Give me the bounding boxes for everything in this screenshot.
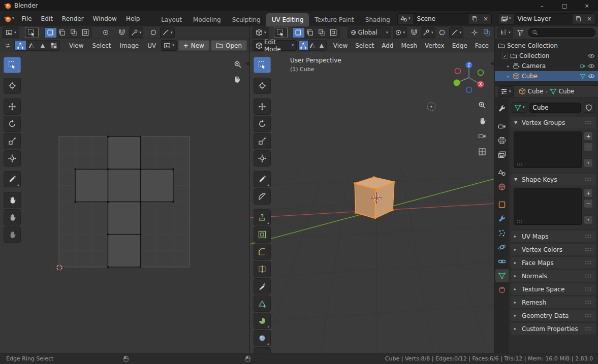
uv-menu-select[interactable]: Select: [89, 42, 115, 49]
outliner-row-cube[interactable]: ▸ Cube: [495, 71, 598, 81]
outliner-search-input[interactable]: [540, 29, 576, 36]
tool-annotate[interactable]: [254, 171, 271, 187]
shape-key-specials-button[interactable]: ▾: [584, 215, 593, 224]
tool-rotate[interactable]: [4, 116, 21, 132]
open-image-button[interactable]: Open: [211, 40, 247, 51]
add-vertex-group-button[interactable]: +: [584, 131, 593, 141]
tab-tool[interactable]: [495, 102, 509, 115]
tab-view-layer[interactable]: [495, 148, 509, 161]
uv-canvas[interactable]: ◀: [0, 52, 249, 353]
vertex-groups-list[interactable]: [514, 131, 582, 168]
viewport-ortho-toggle-button[interactable]: [477, 146, 488, 157]
uv-island-mode-button[interactable]: [48, 41, 59, 50]
panel-grip[interactable]: [585, 287, 592, 291]
uv-sidebar-toggle[interactable]: ◀: [245, 60, 249, 66]
scene-browse-button[interactable]: ▾: [398, 14, 413, 24]
falloff-curve-button[interactable]: ▾: [160, 27, 175, 38]
snap-toggle-button[interactable]: [117, 27, 128, 38]
uv-editor-type-button[interactable]: ▾: [3, 27, 19, 38]
add-shape-key-button[interactable]: +: [584, 188, 593, 197]
tool-uv-sculpt-grab[interactable]: [4, 192, 21, 208]
blender-app-menu[interactable]: ▾: [0, 15, 17, 22]
tab-physics[interactable]: [495, 241, 509, 254]
tool-annotate[interactable]: [4, 171, 21, 187]
viewport-camera-view-button[interactable]: [477, 130, 488, 142]
tab-sculpting[interactable]: Sculpting: [227, 13, 266, 26]
tab-texture-paint[interactable]: Texture Paint: [309, 13, 359, 26]
vp-menu-view[interactable]: View: [330, 42, 351, 49]
menu-edit[interactable]: Edit: [37, 13, 57, 24]
minimize-button[interactable]: –: [531, 0, 553, 11]
tab-world[interactable]: [495, 180, 509, 193]
tool-transform[interactable]: [4, 150, 21, 167]
new-view-layer-button[interactable]: [573, 14, 584, 24]
fake-user-button[interactable]: [583, 103, 595, 113]
tab-constraints[interactable]: [495, 255, 509, 268]
tab-object[interactable]: [495, 198, 509, 211]
select-mode-subtract-button[interactable]: [316, 28, 328, 38]
select-mode-new-button[interactable]: [293, 28, 304, 38]
tool-select-box[interactable]: [254, 57, 271, 73]
uv-zoom-button[interactable]: [232, 59, 243, 70]
properties-editor-type-button[interactable]: ▾: [498, 86, 514, 97]
tool-spin[interactable]: [254, 313, 271, 329]
tool-scale[interactable]: [254, 133, 271, 149]
snap-target-button[interactable]: ▾: [129, 27, 144, 38]
uv-pan-button[interactable]: [231, 74, 242, 85]
tool-measure[interactable]: [254, 188, 271, 205]
select-mode-intersect-button[interactable]: [328, 28, 339, 38]
vp-menu-face[interactable]: Face: [472, 42, 492, 49]
tool-select-box[interactable]: [4, 57, 21, 73]
edge-mode-button[interactable]: [308, 41, 317, 50]
vp-menu-mesh[interactable]: Mesh: [398, 42, 420, 49]
viewport-editor-type-button[interactable]: ▾: [253, 27, 269, 38]
tab-modifiers[interactable]: [495, 212, 509, 225]
xray-toggle-button[interactable]: [481, 27, 492, 38]
menu-help[interactable]: Help: [121, 13, 144, 24]
panel-grip[interactable]: [585, 326, 592, 331]
list-resize-grip[interactable]: [517, 220, 523, 223]
panel-grip[interactable]: [585, 177, 592, 182]
tool-smooth[interactable]: [254, 330, 271, 346]
vp-menu-select[interactable]: Select: [352, 42, 377, 49]
tool-scale[interactable]: [4, 133, 21, 149]
outliner-row-scene-collection[interactable]: Scene Collection: [495, 41, 598, 51]
collection-checkbox[interactable]: ✓: [502, 53, 508, 59]
panel-grip[interactable]: [585, 120, 592, 125]
light-gizmo[interactable]: [427, 103, 435, 111]
remove-shape-key-button[interactable]: −: [584, 199, 593, 208]
mode-dropdown[interactable]: Edit Mode ▾: [253, 40, 297, 51]
maximize-button[interactable]: □: [553, 0, 576, 11]
tab-material[interactable]: [495, 283, 509, 296]
close-button[interactable]: ×: [576, 0, 598, 11]
viewport-pan-button[interactable]: [477, 115, 488, 126]
select-mode-extend-button[interactable]: [304, 28, 316, 38]
new-scene-button[interactable]: [469, 14, 480, 24]
tab-shading[interactable]: Shading: [360, 13, 396, 26]
falloff-curve-button[interactable]: ▾: [449, 27, 464, 38]
uv-maps-header[interactable]: ▸ UV Maps: [511, 230, 596, 242]
eye-icon[interactable]: [588, 52, 595, 59]
tab-uv-editing[interactable]: UV Editing: [266, 13, 309, 26]
panel-grip[interactable]: [585, 234, 592, 239]
uv-active-tool-button[interactable]: [25, 27, 39, 38]
new-image-button[interactable]: + New: [178, 40, 209, 51]
vp-menu-add[interactable]: Add: [379, 42, 396, 49]
vertex-mode-button[interactable]: [299, 41, 308, 50]
uv-sync-selection-button[interactable]: [3, 40, 13, 51]
tab-modeling[interactable]: Modeling: [187, 13, 227, 26]
custom-properties-header[interactable]: ▸ Custom Properties: [511, 323, 596, 335]
uv-menu-view[interactable]: View: [66, 42, 87, 49]
menu-render[interactable]: Render: [57, 13, 88, 24]
panel-grip[interactable]: [585, 274, 592, 278]
select-mode-intersect-button[interactable]: [80, 28, 91, 38]
normals-header[interactable]: ▸ Normals: [511, 270, 596, 282]
transform-pivot-dropdown[interactable]: ▾: [393, 27, 407, 38]
uv-menu-uv[interactable]: UV: [144, 42, 160, 49]
vertex-colors-header[interactable]: ▸ Vertex Colors: [511, 244, 596, 255]
outliner-search[interactable]: [528, 28, 595, 37]
remove-view-layer-button[interactable]: ×: [584, 14, 595, 24]
scene-name[interactable]: Scene: [413, 15, 469, 22]
tool-move[interactable]: [254, 98, 271, 115]
viewport-active-tool-button[interactable]: [274, 27, 288, 38]
